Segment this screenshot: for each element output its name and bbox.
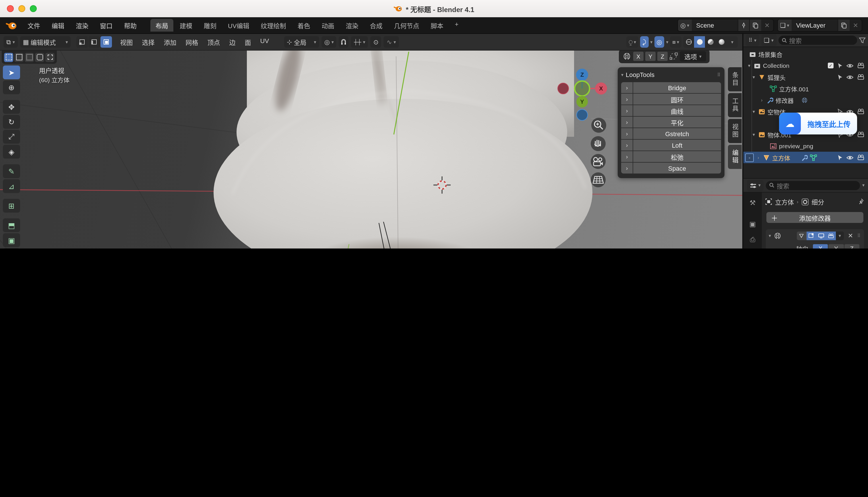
mode-dropdown[interactable]: ▦编辑模式▾	[20, 36, 71, 48]
outliner-row-cube-001[interactable]: 立方体.001	[744, 83, 868, 94]
add-modifier-button[interactable]: ＋添加修改器	[766, 212, 864, 223]
modifier-drag-handle[interactable]: ⠿	[857, 233, 861, 238]
properties-options-chevron[interactable]: ▾	[862, 183, 865, 188]
viewport-menu-item[interactable]: 视图	[116, 37, 137, 46]
breadcrumb-modifier[interactable]: 细分	[811, 197, 824, 206]
workspace-tab[interactable]: 合成	[365, 19, 388, 32]
looptools-item-expand-icon[interactable]: ›	[621, 94, 633, 104]
vertex-select-mode-button[interactable]	[77, 36, 88, 48]
looptools-item-button[interactable]: 松弛	[633, 151, 721, 162]
edge-select-mode-button[interactable]	[89, 36, 100, 48]
overlays-dropdown-chevron[interactable]: ▾	[666, 39, 668, 44]
show-in-editmode-toggle[interactable]	[807, 231, 816, 240]
collapse-panel-icon[interactable]: ▾	[621, 72, 623, 77]
workspace-tab[interactable]: UV编辑	[223, 19, 254, 32]
mirror-x-toggle[interactable]: X	[633, 52, 644, 61]
looptools-item-button[interactable]: 曲线	[633, 105, 721, 116]
collection-enable-checkbox[interactable]: ✓	[828, 62, 834, 68]
viewport-menu-item[interactable]: 边	[225, 37, 240, 46]
axis-z-toggle[interactable]: Z	[844, 244, 859, 248]
remove-modifier-button[interactable]: ✕	[848, 232, 853, 239]
looptools-item-button[interactable]: 平化	[633, 117, 721, 128]
proportional-falloff-dropdown[interactable]: ∿▾	[384, 36, 399, 48]
outliner-display-mode-dropdown[interactable]: ⠿▾	[746, 34, 759, 46]
breadcrumb-object[interactable]: 立方体	[775, 197, 794, 206]
proportional-edit-toggle[interactable]: ⊙	[370, 36, 381, 48]
outliner-row-modifiers[interactable]: › 修改器	[744, 94, 868, 106]
disable-render-icon[interactable]	[857, 155, 865, 160]
panel-drag-handle[interactable]: ⠿	[717, 72, 721, 77]
tool-button[interactable]: ➤	[3, 66, 20, 79]
looptools-item-button[interactable]: Bridge	[633, 82, 721, 93]
viewlayer-icon[interactable]: ❏▾	[778, 19, 792, 31]
show-gizmo-toggle[interactable]: ⤸	[640, 36, 648, 48]
xray-toggle[interactable]: ⧈▾	[670, 36, 682, 48]
expand-icon[interactable]: ›	[756, 155, 761, 160]
expand-icon[interactable]: ▾	[751, 109, 756, 114]
new-scene-button[interactable]	[749, 19, 761, 31]
outliner-row-cube-active[interactable]: ▫ › 立方体	[744, 152, 868, 163]
tool-button[interactable]: ⊕	[3, 81, 20, 94]
tool-button[interactable]: ✥	[3, 100, 20, 114]
upload-drop-overlay[interactable]: ☁ 拖拽至此上传	[779, 113, 857, 134]
disable-render-icon[interactable]	[857, 62, 865, 68]
tool-options-dropdown[interactable]: 选项▾	[680, 51, 706, 61]
tool-button[interactable]: ⊞	[3, 199, 20, 213]
looptools-item-expand-icon[interactable]: ›	[621, 105, 633, 116]
snap-to-dropdown[interactable]: ┼┼▾	[351, 36, 368, 48]
selectable-icon[interactable]	[837, 154, 843, 160]
scene-selector[interactable]: ◎▾ Scene ✕	[677, 19, 774, 32]
gizmo-dropdown-chevron[interactable]: ▾	[650, 39, 652, 44]
workspace-tab[interactable]: 纹理绘制	[256, 19, 291, 32]
show-in-render-toggle[interactable]	[826, 231, 836, 240]
app-menu-item[interactable]: 帮助	[118, 21, 142, 30]
minimize-window-button[interactable]	[18, 5, 25, 12]
pan-view-button[interactable]	[591, 136, 606, 151]
zoom-view-button[interactable]	[591, 118, 606, 133]
unlink-scene-button[interactable]: ✕	[761, 22, 773, 29]
selectable-icon[interactable]	[837, 62, 843, 69]
material-shading-button[interactable]	[705, 36, 716, 48]
solid-shading-button[interactable]	[694, 36, 705, 48]
lasso-select-button[interactable]	[35, 53, 44, 62]
sidebar-tab[interactable]: 编辑	[728, 145, 742, 169]
tool-button[interactable]: ↻	[3, 115, 20, 129]
looptools-item-expand-icon[interactable]: ›	[621, 140, 633, 151]
face-select-mode-button[interactable]	[101, 36, 112, 48]
workspace-tab[interactable]: +	[450, 19, 464, 32]
looptools-item-button[interactable]: Gstretch	[633, 128, 721, 139]
hide-viewport-icon[interactable]	[846, 74, 854, 80]
outliner-row-preview-png[interactable]: preview_png	[744, 140, 868, 152]
looptools-item-expand-icon[interactable]: ›	[621, 82, 633, 93]
outliner-search-input[interactable]: 搜索	[778, 36, 857, 45]
new-viewlayer-button[interactable]	[838, 19, 850, 31]
hide-viewport-icon[interactable]	[846, 63, 854, 68]
workspace-tab[interactable]: 雕刻	[198, 19, 222, 32]
tool-button[interactable]: ⤢	[3, 130, 20, 144]
expand-icon[interactable]: ›	[760, 97, 764, 102]
axis-x-toggle[interactable]: X	[813, 244, 828, 248]
viewlayer-name[interactable]: ViewLayer	[792, 22, 838, 29]
expand-icon[interactable]: ▾	[747, 63, 751, 68]
outliner-filter-id-dropdown[interactable]: ❏▾	[761, 34, 777, 46]
close-window-button[interactable]	[7, 5, 14, 12]
pin-scene-icon[interactable]	[737, 19, 749, 31]
looptools-item-expand-icon[interactable]: ›	[621, 162, 633, 173]
pivot-point-dropdown[interactable]: ◎▾	[322, 36, 337, 48]
mirror-modifier-icon[interactable]	[800, 97, 808, 103]
looptools-item-expand-icon[interactable]: ›	[621, 128, 633, 139]
disable-render-icon[interactable]	[857, 74, 865, 80]
zoom-window-button[interactable]	[30, 5, 37, 12]
viewport-menu-item[interactable]: 面	[240, 37, 256, 46]
workspace-tab[interactable]: 渲染	[341, 19, 364, 32]
workspace-tab[interactable]: 布局	[150, 19, 173, 32]
looptools-item-button[interactable]: Space	[633, 162, 721, 173]
blender-app-icon[interactable]	[6, 21, 17, 30]
mesh-data-icon[interactable]	[810, 154, 816, 160]
scene-name[interactable]: Scene	[691, 22, 737, 29]
viewport-menu-item[interactable]: 网格	[181, 37, 203, 46]
axis-y-toggle[interactable]: Y	[829, 244, 844, 248]
snap-base-icon[interactable]	[670, 52, 678, 60]
modifier-extras-dropdown[interactable]: ▾	[836, 231, 844, 240]
sidebar-tab[interactable]: 视图	[728, 119, 742, 143]
